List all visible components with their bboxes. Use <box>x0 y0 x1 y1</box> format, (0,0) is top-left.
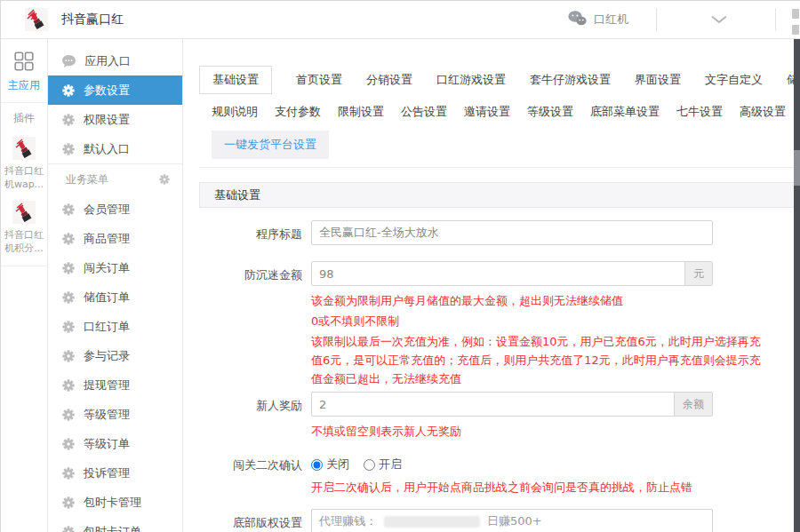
radio-on-input[interactable] <box>364 459 375 471</box>
sidebar-item-参与记录[interactable]: 参与记录 <box>48 341 182 370</box>
right-edge-panel[interactable] <box>794 39 800 532</box>
gear-icon <box>62 496 75 509</box>
rail-main-app-label: 主应用 <box>1 78 47 93</box>
help-text: 该金额为限制用户每月储值的最大金额，超出则无法继续储值 <box>311 291 770 310</box>
panel-title: 基础设置 <box>199 182 800 208</box>
sidebar-item-提现管理[interactable]: 提现管理 <box>48 370 182 400</box>
lipstick-app-icon <box>12 150 36 163</box>
gear-icon <box>62 350 75 362</box>
rail-app-2-label: 抖音口红机积分... <box>1 226 47 256</box>
gear-icon <box>62 114 75 126</box>
content-divider <box>199 167 800 168</box>
main-content: 基础设置首页设置分销设置口红游戏设置套牛仔游戏设置界面设置文字自定义储值设置 规… <box>183 39 800 532</box>
help-text: 开启二次确认后，用户开始点商品挑战之前会询问是否真的挑战，防止点错 <box>311 478 770 496</box>
program-title-label: 程序标题 <box>199 220 311 245</box>
gear-icon <box>62 203 75 216</box>
tab-首页设置[interactable]: 首页设置 <box>296 67 342 93</box>
sidebar-item-储值订单[interactable]: 储值订单 <box>48 282 182 312</box>
clipped-panel-fragment <box>792 25 799 35</box>
grid-icon <box>14 61 34 74</box>
copyright-input[interactable]: 代理赚钱： 日赚500+ <box>311 509 713 532</box>
tab-公告设置[interactable]: 公告设置 <box>401 99 447 124</box>
second-confirm-label: 闯关二次确认 <box>199 451 311 496</box>
sidebar-item-parameter-settings[interactable]: 参数设置 <box>48 75 182 105</box>
tab-口红游戏设置[interactable]: 口红游戏设置 <box>436 67 506 93</box>
section-gear-icon[interactable] <box>159 174 170 185</box>
tab-文字自定义[interactable]: 文字自定义 <box>705 67 763 93</box>
lipstick-logo-icon <box>25 8 48 31</box>
tab-限制设置[interactable]: 限制设置 <box>338 99 384 124</box>
unit-addon: 余额 <box>674 393 712 416</box>
sidebar-item-label: 权限设置 <box>84 112 130 128</box>
dropdown-toggle[interactable] <box>697 1 741 38</box>
sidebar-item-投诉管理[interactable]: 投诉管理 <box>48 458 182 488</box>
tab-基础设置[interactable]: 基础设置 <box>199 66 272 94</box>
rail-item-app-1[interactable]: 抖音口红机wap... <box>1 137 47 192</box>
radio-off[interactable]: 关闭 <box>311 457 349 472</box>
newcomer-reward-input[interactable] <box>312 393 674 416</box>
sidebar-item-default-entry[interactable]: 默认入口 <box>48 134 182 163</box>
tab-套牛仔游戏设置[interactable]: 套牛仔游戏设置 <box>530 67 611 93</box>
gear-icon <box>62 409 75 421</box>
rail-app-1-label: 抖音口红机wap... <box>1 163 47 192</box>
tab-支付参数[interactable]: 支付参数 <box>275 99 321 124</box>
sidebar-item-包时卡管理[interactable]: 包时卡管理 <box>48 488 182 517</box>
header-divider <box>775 8 776 31</box>
blurred-text <box>384 516 480 528</box>
gear-icon <box>62 262 75 274</box>
sidebar-item-商品管理[interactable]: 商品管理 <box>48 224 182 253</box>
sidebar-item-闯关订单[interactable]: 闯关订单 <box>48 253 182 282</box>
tab-邀请设置[interactable]: 邀请设置 <box>464 99 510 124</box>
sidebar-item-等级管理[interactable]: 等级管理 <box>48 400 182 429</box>
lipstick-app-icon <box>12 214 36 226</box>
menu-business-list: 会员管理商品管理闯关订单储值订单口红订单参与记录提现管理等级管理等级订单投诉管理… <box>48 195 182 532</box>
tab-底部菜单设置[interactable]: 底部菜单设置 <box>590 99 660 124</box>
app-rail: 主应用 插件 抖音口红机wap... 抖音口红机积分... <box>1 39 48 532</box>
sidebar-item-等级订单[interactable]: 等级订单 <box>48 429 182 458</box>
tab-界面设置[interactable]: 界面设置 <box>635 67 681 93</box>
gear-icon <box>62 321 75 333</box>
comment-icon <box>62 55 76 67</box>
scrollbar-thumb[interactable] <box>794 150 800 186</box>
tab-七牛设置[interactable]: 七牛设置 <box>676 99 723 124</box>
sidebar-item-permission-settings[interactable]: 权限设置 <box>48 105 182 134</box>
sidebar-item-包时卡订单[interactable]: 包时卡订单 <box>48 517 182 532</box>
rail-item-app-2[interactable]: 抖音口红机积分... <box>1 201 47 256</box>
account-name: 口红机 <box>594 12 628 28</box>
unit-addon: 元 <box>684 262 712 285</box>
anti-addiction-label: 防沉迷金额 <box>199 261 311 388</box>
account-switcher[interactable]: 口红机 <box>568 1 628 38</box>
sidebar-menu: 应用入口 参数设置 权限设置 默认入口 业务菜单 <box>48 39 183 532</box>
radio-off-input[interactable] <box>311 459 323 471</box>
tab-高级设置[interactable]: 高级设置 <box>740 99 786 124</box>
rail-plugins-label: 插件 <box>1 103 47 128</box>
newcomer-reward-label: 新人奖励 <box>199 392 311 441</box>
gear-icon <box>62 438 75 450</box>
tab-one-key-shipping[interactable]: 一键发货平台设置 <box>212 131 329 159</box>
page-title: 抖音赢口红 <box>61 12 124 28</box>
gear-icon <box>62 233 75 245</box>
settings-form: 程序标题 防沉迷金额 元 该金额为限制用户每月储值的最大金额 <box>199 208 800 532</box>
gear-icon <box>62 143 75 155</box>
rail-item-main-app[interactable]: 主应用 <box>1 39 47 103</box>
sidebar-item-口红订单[interactable]: 口红订单 <box>48 312 182 341</box>
tabs-row-2: 规则说明支付参数限制设置公告设置邀请设置等级设置底部菜单设置七牛设置高级设置 <box>199 99 800 124</box>
program-title-input[interactable] <box>312 221 712 244</box>
wechat-icon <box>568 11 587 28</box>
tabs-row-1: 基础设置首页设置分销设置口红游戏设置套牛仔游戏设置界面设置文字自定义储值设置 <box>199 66 800 94</box>
rail-separator <box>1 266 47 266</box>
tab-等级设置[interactable]: 等级设置 <box>527 99 573 124</box>
gear-icon <box>62 526 75 532</box>
copyright-label: 底部版权设置 <box>199 509 311 532</box>
sidebar-item-app-entry[interactable]: 应用入口 <box>48 46 182 75</box>
help-text: 0或不填则不限制 <box>311 312 770 330</box>
radio-on[interactable]: 开启 <box>364 457 402 472</box>
sidebar-section-business: 业务菜单 <box>48 163 182 195</box>
anti-addiction-input[interactable] <box>312 262 684 285</box>
admin-screen: 抖音赢口红 口红机 <box>0 0 800 532</box>
sidebar-item-会员管理[interactable]: 会员管理 <box>48 195 182 224</box>
tab-分销设置[interactable]: 分销设置 <box>366 67 412 93</box>
top-header: 抖音赢口红 口红机 <box>1 1 800 39</box>
tab-规则说明[interactable]: 规则说明 <box>212 99 258 124</box>
gear-icon <box>62 467 75 480</box>
